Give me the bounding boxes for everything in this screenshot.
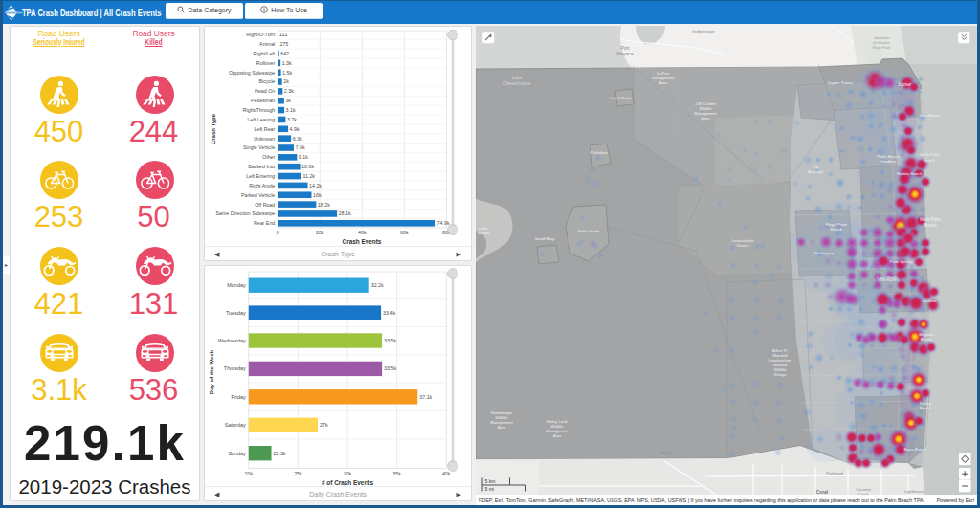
svg-text:6.3k: 6.3k bbox=[293, 136, 302, 142]
svg-text:Right/Left: Right/Left bbox=[254, 51, 276, 56]
svg-text:Powered by Esri: Powered by Esri bbox=[937, 497, 974, 503]
svg-text:Other: Other bbox=[262, 154, 275, 160]
svg-text:0: 0 bbox=[277, 230, 279, 235]
svg-text:Juno Beach: Juno Beach bbox=[919, 113, 941, 118]
svg-text:Monday: Monday bbox=[227, 282, 246, 288]
svg-text:Tuesday: Tuesday bbox=[226, 310, 246, 316]
svg-text:Port: Port bbox=[621, 46, 630, 51]
svg-text:Greenacres: Greenacres bbox=[879, 277, 899, 282]
svg-text:Crash Events: Crash Events bbox=[343, 238, 382, 245]
svg-text:3k: 3k bbox=[285, 98, 291, 103]
svg-text:Lighthouse: Lighthouse bbox=[904, 489, 924, 494]
svg-text:Coral: Coral bbox=[816, 490, 828, 495]
svg-text:30k: 30k bbox=[344, 471, 352, 476]
svg-text:Canal Point: Canal Point bbox=[610, 96, 632, 100]
svg-text:Animal: Animal bbox=[259, 41, 275, 47]
svg-text:Wednesday: Wednesday bbox=[218, 338, 246, 343]
svg-text:5 km: 5 km bbox=[485, 478, 496, 484]
svg-text:20k: 20k bbox=[245, 471, 254, 476]
svg-text:27k: 27k bbox=[320, 422, 328, 428]
svg-text:Beach: Beach bbox=[831, 227, 843, 232]
svg-text:3.1k: 3.1k bbox=[286, 107, 296, 113]
svg-text:Lantana: Lantana bbox=[923, 298, 937, 303]
svg-text:Beach: Beach bbox=[924, 223, 936, 228]
svg-text:Belle Glade: Belle Glade bbox=[578, 229, 600, 233]
svg-text:2.3k: 2.3k bbox=[284, 88, 294, 94]
svg-text:Wellington: Wellington bbox=[814, 251, 835, 255]
svg-text:Left Rear: Left Rear bbox=[255, 126, 276, 132]
svg-text:25k: 25k bbox=[294, 471, 302, 476]
svg-text:Opposing Sideswipe: Opposing Sideswipe bbox=[229, 70, 275, 76]
svg-text:Indiantown: Indiantown bbox=[692, 30, 715, 34]
svg-text:Rollover: Rollover bbox=[256, 60, 276, 66]
svg-text:Parked Vehicle: Parked Vehicle bbox=[241, 192, 275, 198]
svg-text:5 mi: 5 mi bbox=[485, 486, 494, 492]
svg-text:33.4k: 33.4k bbox=[383, 310, 395, 316]
svg-text:Sunday: Sunday bbox=[228, 451, 246, 456]
svg-text:Harbor: Harbor bbox=[478, 231, 490, 235]
svg-text:33.5k: 33.5k bbox=[384, 338, 396, 343]
svg-text:Unknown: Unknown bbox=[254, 136, 275, 142]
svg-text:Pahokee: Pahokee bbox=[590, 150, 608, 155]
svg-text:Day of the Week: Day of the Week bbox=[209, 349, 214, 394]
svg-text:Parkland: Parkland bbox=[826, 471, 843, 475]
svg-text:2k: 2k bbox=[283, 78, 289, 84]
svg-text:# of Crash Events: # of Crash Events bbox=[322, 479, 373, 486]
svg-text:Off Road: Off Road bbox=[255, 202, 275, 208]
svg-text:Area: Area bbox=[553, 433, 562, 438]
svg-text:16k: 16k bbox=[313, 192, 322, 198]
svg-text:40k: 40k bbox=[442, 471, 451, 476]
svg-text:Jupiter: Jupiter bbox=[898, 82, 912, 87]
svg-text:Area: Area bbox=[659, 80, 668, 85]
svg-text:Right/Through: Right/Through bbox=[243, 107, 276, 113]
svg-text:11.2k: 11.2k bbox=[302, 173, 315, 179]
svg-text:Right Angle: Right Angle bbox=[249, 183, 275, 188]
svg-text:10.6k: 10.6k bbox=[301, 164, 314, 169]
svg-text:Head On: Head On bbox=[255, 88, 275, 94]
svg-text:West Palm: West Palm bbox=[920, 217, 941, 222]
svg-text:Area: Area bbox=[498, 425, 506, 430]
svg-text:FDEP, Esri, TomTom, Garmin, Sa: FDEP, Esri, TomTom, Garmin, SafeGraph, M… bbox=[479, 497, 924, 503]
svg-text:4.9k: 4.9k bbox=[290, 126, 300, 132]
svg-text:35k: 35k bbox=[392, 471, 401, 476]
svg-text:642: 642 bbox=[280, 51, 289, 56]
svg-text:1.5k: 1.5k bbox=[282, 70, 292, 76]
svg-text:Okeechobee: Okeechobee bbox=[503, 80, 531, 86]
svg-text:Area: Area bbox=[702, 116, 710, 121]
svg-text:North Palm: North Palm bbox=[920, 152, 940, 157]
svg-text:Friday: Friday bbox=[232, 394, 247, 400]
svg-text:Jupiter Farms: Jupiter Farms bbox=[828, 80, 855, 85]
svg-text:Rear End: Rear End bbox=[254, 220, 275, 226]
svg-text:40k: 40k bbox=[358, 230, 367, 235]
svg-text:Pedestrian: Pedestrian bbox=[251, 98, 275, 103]
svg-text:20k: 20k bbox=[316, 230, 324, 235]
svg-text:18.2k: 18.2k bbox=[318, 202, 330, 208]
svg-text:Gardens: Gardens bbox=[880, 159, 898, 164]
svg-text:60k: 60k bbox=[400, 230, 409, 235]
svg-text:Single Vehicle: Single Vehicle bbox=[243, 144, 275, 150]
svg-text:3.7k: 3.7k bbox=[287, 117, 297, 122]
svg-text:1.3k: 1.3k bbox=[282, 60, 292, 66]
svg-text:Saturday: Saturday bbox=[225, 422, 246, 428]
svg-text:Left Entering: Left Entering bbox=[246, 173, 275, 179]
svg-text:Mayaca: Mayaca bbox=[617, 52, 634, 56]
svg-text:Bicycle: Bicycle bbox=[259, 78, 276, 84]
svg-text:Palm Springs: Palm Springs bbox=[890, 259, 913, 264]
svg-text:Backed Into: Backed Into bbox=[248, 164, 275, 169]
svg-text:Refuge: Refuge bbox=[774, 372, 788, 377]
svg-text:Groves: Groves bbox=[737, 243, 749, 248]
svg-text:14.2k: 14.2k bbox=[309, 183, 322, 188]
svg-text:37.1k: 37.1k bbox=[419, 394, 432, 400]
svg-text:Riviera Beach: Riviera Beach bbox=[897, 171, 923, 176]
svg-text:32.2k: 32.2k bbox=[371, 282, 384, 288]
svg-text:33.5k: 33.5k bbox=[384, 365, 396, 371]
svg-text:Right/U-Turn: Right/U-Turn bbox=[246, 32, 275, 37]
svg-text:111: 111 bbox=[279, 32, 287, 37]
svg-text:South Bay: South Bay bbox=[535, 236, 555, 241]
svg-text:Beach: Beach bbox=[920, 406, 932, 410]
svg-text:State Park: State Park bbox=[873, 45, 891, 50]
svg-text:9.1k: 9.1k bbox=[299, 154, 308, 160]
svg-text:Beach: Beach bbox=[921, 337, 933, 342]
svg-text:Thursday: Thursday bbox=[224, 365, 246, 371]
svg-text:7.6k: 7.6k bbox=[296, 144, 305, 150]
